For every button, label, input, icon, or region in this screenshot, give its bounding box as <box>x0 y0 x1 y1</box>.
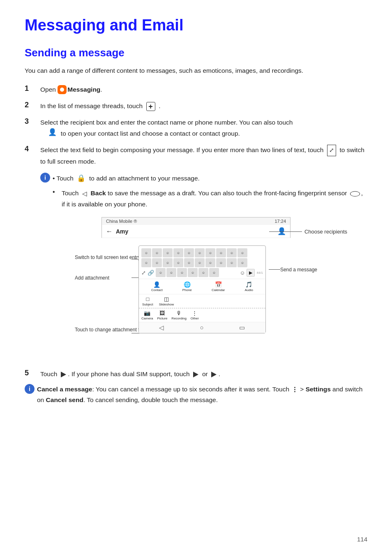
bullet-dot: • <box>53 188 62 196</box>
icon-audio: 🎵 Audio <box>244 281 253 292</box>
emo-11: ☺ <box>141 258 151 267</box>
emo-16: ☺ <box>195 258 205 267</box>
step-4: 4 Select the text field to begin composi… <box>25 145 367 167</box>
emo-15: ☺ <box>184 258 194 267</box>
label-send-message: Send a message <box>280 267 317 273</box>
settings-bold: Settings <box>306 386 331 393</box>
step-1: 1 Open Messaging. <box>25 84 367 95</box>
bullet-section: i • Touch 🔒 to add an attachment to your… <box>40 173 367 210</box>
icon-phone: 🌐 Phone <box>182 281 192 292</box>
calendar-sym: 📅 <box>215 281 222 288</box>
slideshow-label: Slideshow <box>159 303 174 306</box>
bullet-back-content: Touch ◁ Back to save the message as a dr… <box>62 188 367 210</box>
messaging-app-icon <box>58 85 67 94</box>
phone-nav-bar: ← Amy 👤 <box>101 225 291 238</box>
icon-calendar: 📅 Calendar <box>212 281 225 292</box>
step-3-num: 3 <box>25 117 40 126</box>
phone-recipient: Amy <box>116 228 128 235</box>
emo-14: ☺ <box>173 258 183 267</box>
expand-icon: ⤢ <box>327 145 336 156</box>
phone-keyboard-body: ☺ ☺ ☺ ☺ ☺ ☺ ☺ ☺ ☺ ☺ ☺ ☺ ☺ ☺ ☺ ☺ ☺ ☺ ☺ <box>139 246 265 279</box>
emo-13: ☺ <box>163 258 173 267</box>
step-5-content: Touch . If your phone has dual SIM suppo… <box>40 369 220 379</box>
fingerprint-oval-icon <box>350 191 360 197</box>
phone-status-bar: China Mobile ® 17:24 <box>101 217 291 225</box>
emo-8: ☺ <box>216 248 226 257</box>
bottom-diagram-wrapper: Switch to full screen text entry Add att… <box>75 245 317 365</box>
icon-slideshow: ◫ Slideshow <box>159 296 174 306</box>
emo-17: ☺ <box>205 258 215 267</box>
label-switch-full: Switch to full screen text entry <box>75 254 140 261</box>
step-2-num: 2 <box>25 101 40 109</box>
emo-1: ☺ <box>141 248 151 257</box>
emo-3: ☺ <box>163 248 173 257</box>
step-3: 3 Select the recipient box and enter the… <box>25 117 367 139</box>
phone-diagram-box: ☺ ☺ ☺ ☺ ☺ ☺ ☺ ☺ ☺ ☺ ☺ ☺ ☺ ☺ ☺ ☺ ☺ ☺ ☺ <box>138 245 266 333</box>
section-title: Sending a message <box>25 46 367 59</box>
or-text: or <box>202 370 208 377</box>
cancel-bold: Cancel a message <box>37 386 92 393</box>
info-bullet-1: i • Touch 🔒 to add an attachment to your… <box>40 173 367 185</box>
emo-21: ☺ <box>156 268 166 277</box>
icon-contact: 👤 Contact <box>151 281 163 292</box>
emo-26: ☺ <box>209 268 219 277</box>
recording-label: Recording <box>171 317 186 320</box>
bullet-back: • Touch ◁ Back to save the message as a … <box>53 188 367 210</box>
smiley-icon: ☺ <box>240 270 245 276</box>
label-touch-change: Touch to change attachment type <box>75 327 148 333</box>
picture-label: Picture <box>157 317 167 320</box>
cancel-info-row: i Cancel a message: You can cancel a mes… <box>25 384 367 406</box>
att-other: ⋮ Other <box>191 310 199 320</box>
plus-icon: + <box>146 102 155 111</box>
nav-home: ○ <box>200 324 203 331</box>
step-1-num: 1 <box>25 84 40 93</box>
step-3-content: Select the recipient box and enter the c… <box>40 117 367 139</box>
emo-22: ☺ <box>166 268 176 277</box>
choose-recipients-line <box>269 231 302 232</box>
icons-row-2: □ Subject ◫ Slideshow <box>139 294 265 308</box>
step-5: 5 Touch . If your phone has dual SIM sup… <box>25 369 367 379</box>
carrier-name: China Mobile ® <box>106 219 137 224</box>
slideshow-sym: ◫ <box>164 296 169 302</box>
emo-20: ☺ <box>238 258 247 267</box>
step-4-content: Select the text field to begin composing… <box>40 145 367 167</box>
nav-recent: ▭ <box>239 324 245 331</box>
cancel-send-bold: Cancel send <box>46 396 83 403</box>
choose-recipients-label: Choose recipients <box>269 229 347 235</box>
other-label: Other <box>191 317 199 320</box>
top-diagram-container: China Mobile ® 17:24 ← Amy 👤 Choose reci… <box>25 217 367 238</box>
subject-sym: □ <box>146 296 149 302</box>
intro-text: You can add a range of different content… <box>25 66 367 76</box>
emo-6: ☺ <box>195 248 205 257</box>
send-btn-icon: ▶ <box>247 269 255 277</box>
audio-sym: 🎵 <box>245 281 252 288</box>
send-icon-1 <box>61 372 66 377</box>
step-2: 2 In the list of message threads, touch … <box>25 101 367 111</box>
choose-recipients-text: Choose recipients <box>304 229 347 235</box>
att-picture: 🖼 Picture <box>157 310 167 320</box>
page-number: 114 <box>357 536 367 543</box>
step-4-num: 4 <box>25 145 40 153</box>
camera-label: Camera <box>141 317 153 320</box>
phone-nav-bottom: ◁ ○ ▭ <box>139 322 265 333</box>
phone-sym: 🌐 <box>184 281 191 288</box>
status-right: 17:24 <box>274 219 286 224</box>
contact-label: Contact <box>151 288 163 292</box>
emo-25: ☺ <box>198 268 208 277</box>
emo-19: ☺ <box>227 258 237 267</box>
top-diagram: China Mobile ® 17:24 ← Amy 👤 Choose reci… <box>101 217 291 238</box>
cancel-info-content: Cancel a message: You can cancel a messa… <box>37 384 367 406</box>
step-2-content: In the list of message threads, touch + … <box>40 101 367 111</box>
toolbar-row: ⤢ 🔗 ☺ ☺ ☺ ☺ ☺ ☺ ☺ ▶ 44/1 <box>141 268 263 277</box>
back-icon: ◁ <box>82 190 87 197</box>
info-bullet-1-content: • Touch 🔒 to add an attachment to your m… <box>53 173 367 185</box>
subject-label: Subject <box>142 303 153 306</box>
icons-row-1: 👤 Contact 🌐 Phone 📅 Calendar 🎵 Audio <box>139 279 265 294</box>
step-1-content: Open Messaging. <box>40 84 367 95</box>
dots-icon <box>294 387 295 392</box>
emo-23: ☺ <box>177 268 187 277</box>
calendar-label: Calendar <box>212 288 225 292</box>
att-type-row: 📷 Camera 🖼 Picture 🎙 Recording ⋮ Other <box>139 308 265 322</box>
attach-toolbar-icon: 🔗 <box>148 270 154 276</box>
line-touch <box>131 333 140 333</box>
